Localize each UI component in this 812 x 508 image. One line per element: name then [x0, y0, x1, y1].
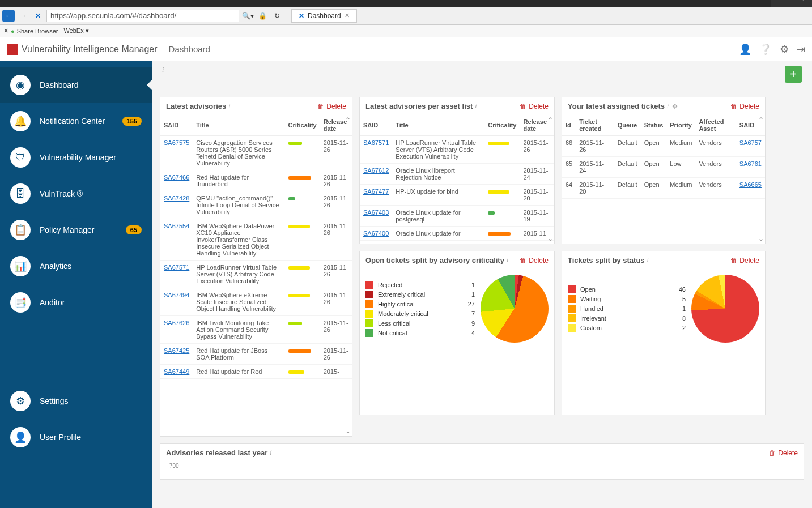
- table-row[interactable]: 652015-11-24DefaultOpenLowVendorsSA6761: [562, 157, 765, 178]
- settings-icon[interactable]: ⚙: [780, 43, 789, 56]
- table-row[interactable]: SA67571HP LoadRunner Virtual Table Serve…: [360, 136, 554, 164]
- user-icon[interactable]: 👤: [739, 43, 751, 56]
- legend-label: Custom: [580, 325, 602, 331]
- col-header[interactable]: Criticality: [285, 115, 320, 136]
- scroll-down-icon[interactable]: ⌄: [758, 234, 764, 242]
- table-row[interactable]: SA67571HP LoadRunner Virtual Table Serve…: [160, 261, 352, 288]
- sidebar-item-dashboard[interactable]: ◉ Dashboard: [0, 67, 152, 103]
- table-row[interactable]: SA67400Oracle Linux update for2015-11-: [360, 227, 554, 241]
- said-link[interactable]: SA67477: [363, 188, 389, 195]
- sidebar-item-policy-manager[interactable]: 📋 Policy Manager 65: [0, 212, 152, 248]
- table-row[interactable]: SA67449Red Hat update for Red2015-: [160, 365, 352, 379]
- stop-icon[interactable]: ✕: [32, 10, 44, 22]
- col-header[interactable]: SAID: [360, 115, 392, 136]
- info-icon[interactable]: i: [475, 102, 477, 110]
- table-row[interactable]: 662015-11-26DefaultOpenMediumVendorsSA67…: [562, 136, 765, 157]
- col-header[interactable]: Title: [193, 115, 284, 136]
- col-header[interactable]: Ticket created: [576, 115, 614, 136]
- said-link[interactable]: SA67575: [164, 139, 189, 146]
- scroll-up-icon[interactable]: ⌃: [345, 116, 351, 124]
- delete-button[interactable]: 🗑 Delete: [520, 103, 549, 110]
- sidebar-item-vulnerability-manager[interactable]: 🛡 Vulnerability Manager: [0, 139, 152, 176]
- browser-tab[interactable]: ✕ Dashboard ✕: [291, 9, 357, 23]
- close-small-icon[interactable]: ✕: [3, 27, 8, 35]
- delete-button[interactable]: 🗑 Delete: [520, 257, 549, 264]
- sidebar-item-notification-center[interactable]: 🔔 Notification Center 155: [0, 103, 152, 139]
- sidebar-item-settings[interactable]: ⚙ Settings: [0, 383, 152, 419]
- delete-button[interactable]: 🗑 Delete: [730, 257, 759, 264]
- said-link[interactable]: SA67400: [363, 230, 389, 237]
- info-icon[interactable]: i: [647, 256, 649, 264]
- legend-swatch: [365, 310, 373, 318]
- scroll-down-icon[interactable]: ⌄: [345, 427, 351, 435]
- said-link[interactable]: SA67494: [164, 292, 189, 298]
- search-icon[interactable]: 🔍▾: [241, 10, 254, 22]
- sidebar-item-vulntrack-[interactable]: 🗄 VulnTrack ®: [0, 176, 152, 212]
- said-link[interactable]: SA67571: [164, 264, 189, 271]
- table-row[interactable]: 642015-11-20DefaultOpenMediumVendorsSA66…: [562, 178, 765, 199]
- col-header[interactable]: Affected Asset: [695, 115, 736, 136]
- said-link[interactable]: SA6761: [739, 160, 762, 167]
- webex-menu[interactable]: WebEx ▾: [63, 27, 88, 35]
- sidebar-item-user-profile[interactable]: 👤 User Profile: [0, 419, 152, 455]
- scroll-down-icon[interactable]: ⌄: [547, 234, 553, 242]
- scroll-up-icon[interactable]: ⌃: [758, 116, 764, 124]
- info-icon[interactable]: i: [507, 256, 508, 264]
- delete-button[interactable]: 🗑 Delete: [730, 103, 759, 110]
- info-icon[interactable]: i: [270, 449, 271, 457]
- table-row[interactable]: SA67612Oracle Linux libreport Rejection …: [360, 164, 554, 185]
- said-link[interactable]: SA67571: [363, 139, 389, 146]
- help-icon[interactable]: ❔: [759, 43, 772, 56]
- col-header[interactable]: Criticality: [484, 115, 520, 136]
- nav-label: Auditor: [40, 298, 65, 307]
- info-icon[interactable]: i: [667, 102, 669, 110]
- said-link[interactable]: SA6665: [739, 181, 762, 188]
- sidebar-item-analytics[interactable]: 📊 Analytics: [0, 248, 152, 284]
- table-row[interactable]: SA67626IBM Tivoli Monitoring Take Action…: [160, 316, 352, 344]
- table-row[interactable]: SA67575Cisco Aggregation Services Router…: [160, 136, 352, 170]
- table-row[interactable]: SA67477HP-UX update for bind2015-11-20: [360, 185, 554, 206]
- legend-swatch: [365, 300, 373, 308]
- share-browser-link[interactable]: Share Browser: [17, 28, 58, 35]
- said-link[interactable]: SA67425: [164, 347, 189, 354]
- tab-close-icon[interactable]: ✕: [345, 12, 350, 19]
- delete-button[interactable]: 🗑 Delete: [769, 449, 798, 457]
- said-link[interactable]: SA67626: [164, 319, 189, 326]
- col-header[interactable]: Title: [392, 115, 484, 136]
- table-row[interactable]: SA67428QEMU "action_command()" Infinite …: [160, 191, 352, 219]
- table-row[interactable]: SA67425Red Hat update for JBoss SOA Plat…: [160, 344, 352, 365]
- table-row[interactable]: SA67403Oracle Linux update for postgresq…: [360, 206, 554, 227]
- info-icon[interactable]: i: [162, 66, 164, 74]
- table-row[interactable]: SA67466Red Hat update for thunderbird201…: [160, 170, 352, 191]
- col-header[interactable]: SAID: [160, 115, 193, 136]
- table-row[interactable]: SA67554IBM WebSphere DataPower XC10 Appl…: [160, 219, 352, 261]
- settings-gear-icon[interactable]: ⚙: [800, 0, 806, 2]
- delete-button[interactable]: 🗑 Delete: [317, 103, 346, 110]
- said-link[interactable]: SA67449: [164, 368, 189, 375]
- logout-icon[interactable]: ⇥: [797, 43, 805, 56]
- add-widget-button[interactable]: +: [785, 66, 802, 83]
- said-link[interactable]: SA67403: [363, 209, 389, 216]
- said-link[interactable]: SA67554: [164, 223, 189, 229]
- refresh-button[interactable]: ↻: [271, 10, 283, 22]
- url-input[interactable]: [46, 10, 239, 22]
- legend-value: 46: [674, 286, 686, 293]
- info-icon[interactable]: i: [228, 102, 230, 110]
- header-actions: 👤 ❔ ⚙ ⇥: [739, 43, 805, 56]
- table-row[interactable]: SA67494IBM WebSphere eXtreme Scale Insec…: [160, 288, 352, 316]
- home-icon[interactable]: ⌂: [776, 0, 780, 2]
- col-header[interactable]: Status: [641, 115, 667, 136]
- col-header[interactable]: Priority: [666, 115, 695, 136]
- favorites-icon[interactable]: ★: [787, 0, 793, 2]
- said-link[interactable]: SA67612: [363, 167, 389, 174]
- said-link[interactable]: SA6757: [739, 139, 762, 146]
- col-header[interactable]: Id: [562, 115, 576, 136]
- forward-button[interactable]: →: [17, 10, 29, 22]
- back-button[interactable]: ←: [2, 10, 15, 22]
- said-link[interactable]: SA67428: [164, 195, 189, 202]
- col-header[interactable]: Queue: [614, 115, 641, 136]
- sidebar-item-auditor[interactable]: 📑 Auditor: [0, 284, 152, 321]
- scroll-up-icon[interactable]: ⌃: [547, 116, 553, 124]
- said-link[interactable]: SA67466: [164, 174, 189, 181]
- drag-handle-icon[interactable]: ✥: [672, 103, 678, 110]
